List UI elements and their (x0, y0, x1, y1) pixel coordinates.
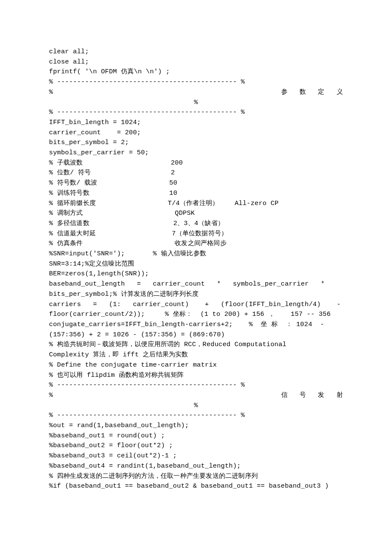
code-line: %baseband_out1 = round(out) ; (49, 431, 343, 441)
code-line: % 四种生成发送的二进制序列的方法，任取一种产生要发送的二进制序列 (49, 471, 343, 482)
code-line: (157:356) + 2 = 1026 - (157:356) = (869:… (49, 330, 343, 340)
code-line: % 训练符号数 10 (49, 188, 343, 199)
section-title: 信 号 发 射 (281, 390, 343, 401)
code-line: BER=zeros(1,length(SNR)); (49, 269, 343, 279)
code-line: %if (baseband_out1 == baseband_out2 & ba… (49, 481, 343, 491)
code-line: %baseband_out3 = ceil(out*2)-1 ; (49, 451, 343, 461)
code-line: % 也可以用 flipdim 函数构造对称共轭矩阵 (49, 370, 343, 381)
code-line: % 循环前缀长度 T/4（作者注明） All-zero CP (49, 199, 343, 209)
code-line: % --------------------------------------… (49, 410, 343, 421)
code-document: clear all; close all; fprintf( '\n OFDM … (0, 0, 392, 517)
code-line: % 符号数/ 载波 50 (49, 178, 343, 188)
code-line: % 位数/ 符号 2 (49, 168, 343, 178)
code-line: % 多径信道数 2、3、4（缺省） (49, 219, 343, 229)
code-line: % --------------------------------------… (49, 107, 343, 118)
code-line: % (49, 98, 343, 108)
code-line: SNR=3:14;%定义信噪比范围 (49, 259, 343, 269)
code-line: % Define the conjugate time-carrier matr… (49, 360, 343, 370)
code-line: %baseband_out4 = randint(1,baseband_out_… (49, 461, 343, 471)
code-line: %baseband_out2 = floor(out*2) ; (49, 441, 343, 451)
code-line: Complexity 算法，即 ifft 之后结果为实数 (49, 350, 343, 360)
code-line: %out = rand(1,baseband_out_length); (49, 421, 343, 431)
code-line: floor(carrier_count/2)); % 坐标： (1 to 200… (49, 309, 343, 320)
code-line: clear all; (49, 47, 343, 57)
percent-left: % (49, 390, 53, 401)
code-line: % 子载波数 200 (49, 158, 343, 168)
code-line: % 仿真条件 收发之间严格同步 (49, 239, 343, 249)
code-line: bits_per_symbol = 2; (49, 138, 343, 148)
code-line: fprintf( '\n OFDM 仿真\n \n') ; (49, 67, 343, 77)
code-line: baseband_out_length = carrier_count * sy… (49, 279, 343, 289)
code-line: % --------------------------------------… (49, 77, 343, 87)
code-line: conjugate_carriers=IFFT_bin_length-carri… (49, 320, 343, 330)
code-line: close all; (49, 57, 343, 67)
code-line: % 构造共轭时间－载波矩阵，以便应用所谓的 RCC，Reduced Comput… (49, 340, 343, 350)
code-line: %SNR=input('SNR='); % 输入信噪比参数 (49, 249, 343, 259)
code-line: % 信道最大时延 7（单位数据符号） (49, 229, 343, 239)
percent-left: % (49, 87, 53, 98)
section-title: 参 数 定 义 (281, 87, 343, 98)
code-line: symbols_per_carrier = 50; (49, 148, 343, 158)
code-line-section-header: % 参 数 定 义 (49, 87, 343, 98)
code-line: carriers = (1: carrier_count) + (floor(I… (49, 300, 343, 310)
code-line: % --------------------------------------… (49, 380, 343, 390)
code-line: % (49, 401, 343, 411)
code-line: % 调制方式 QDPSK (49, 208, 343, 219)
code-line: carrier_count = 200; (49, 128, 343, 138)
code-line-section-header: % 信 号 发 射 (49, 390, 343, 401)
code-line: IFFT_bin_length = 1024; (49, 118, 343, 128)
code-line: bits_per_symbol;% 计算发送的二进制序列长度 (49, 289, 343, 300)
